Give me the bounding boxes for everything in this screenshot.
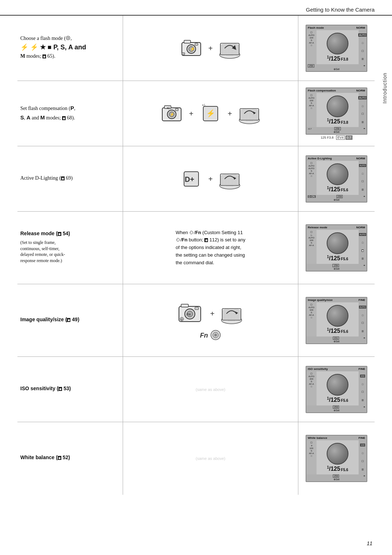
iso-text: ISO sensitivity (■ 53) — [20, 385, 118, 394]
svg-rect-28 — [175, 109, 178, 111]
svg-text:⚡: ⚡ — [170, 112, 175, 117]
d-lighting-icons: D+ + — [179, 166, 243, 192]
col-mid-white-balance: (same as above) — [123, 422, 298, 495]
svg-text:⚡: ⚡ — [206, 109, 215, 118]
col-mid-flash-comp: +/- ⚡ + ⚡ +/- + — [123, 81, 298, 146]
row-image-quality: Image quality/size (■ 49) Fn ⏲ — [17, 284, 375, 357]
col-left-flash-comp: Set flash compensation (P, S, A and M mo… — [17, 81, 123, 146]
lcd-dial — [327, 33, 348, 54]
col-left-white-balance: White balance (■ 52) — [17, 422, 123, 495]
lcd-flash-mode: Flash mode NORM ◻ AUTO 100 S AF-A □ — [306, 25, 367, 72]
col-right-iso: ISO sensitivity FINE ◻ AUTO 200 S AF-A □ — [298, 357, 375, 422]
fn-button-label: Fn — [200, 330, 221, 342]
plus-sign-1: + — [208, 44, 213, 53]
svg-rect-6 — [182, 53, 185, 55]
lcd-flash-comp: Flash compensation NORM ◻ AUTO 100 S AF-… — [306, 87, 367, 135]
col-mid-flash-mode: ⚡ + — [123, 16, 298, 81]
col-right-d-lighting: Active D-Lighting NORM ◻ AUTO AUTO S AF-… — [298, 146, 375, 211]
lcd-title-bar: Flash mode NORM — [306, 25, 367, 30]
image-quality-icons: Fn ⏲ + — [177, 299, 245, 328]
image-quality-text: Image quality/size (■ 49) — [20, 316, 118, 325]
col-right-release: Release mode NORM ◻ ▷ AUTO 100 S AF-A — [298, 212, 375, 284]
plus-sign-2a: + — [189, 109, 193, 118]
lcd-screen-title: Flash mode — [308, 26, 324, 29]
flash-button-icon: ⚡ +/- — [198, 101, 223, 126]
lcd-left-indicators: ◻ AUTO 100 S AF-A □ — [306, 30, 317, 64]
flash-comp-icon1: +/- ⚡ — [159, 101, 184, 126]
command-dial-3 — [217, 166, 242, 192]
svg-text:⏲: ⏲ — [180, 318, 183, 321]
svg-text:⚡: ⚡ — [190, 46, 195, 52]
col-left-iso: ISO sensitivity (■ 53) — [17, 357, 123, 422]
col-right-image-quality: Image quality/size FINE ◻ AUTO 100 S AF-… — [298, 284, 375, 356]
col-left-image-quality: Image quality/size (■ 49) — [17, 284, 123, 356]
d-lighting-text: Active D-Lighting (■ 69) — [20, 175, 118, 183]
lcd-d-lighting: Active D-Lighting NORM ◻ AUTO AUTO S AF-… — [306, 155, 367, 203]
row-flash-compensation: Set flash compensation (P, S, A and M mo… — [17, 81, 375, 146]
plus-sign-3: + — [208, 174, 213, 184]
page-number: 11 — [367, 540, 372, 546]
svg-rect-71 — [195, 307, 199, 310]
lcd-bottom-info: 125 F3.8 EV4 0.7 — [320, 136, 352, 139]
lcd-body: ◻ AUTO 100 S AF-A □ 1/125 F3.8 — [306, 30, 367, 64]
page-header: Getting to Know the Camera — [0, 0, 392, 16]
fn-text: Fn — [200, 332, 208, 339]
d-lighting-btn-icon: D+ — [179, 166, 204, 192]
row-white-balance: White balance (■ 52) (same as above) Whi… — [17, 422, 375, 495]
col-mid-iso: (same as above) — [123, 357, 298, 422]
col-right-white-balance: White balance FINE ◻ ☀ 100 S AF-A □ — [298, 422, 375, 495]
col-left-d-lighting: Active D-Lighting (■ 69) — [17, 146, 123, 211]
flash-comp-icons: +/- ⚡ + ⚡ +/- + — [159, 101, 262, 126]
command-dial-2 — [237, 101, 262, 126]
camera-flash-icon: ⚡ — [179, 36, 204, 61]
col-mid-d-lighting: D+ + — [123, 146, 298, 211]
svg-rect-5 — [195, 43, 198, 45]
col-mid-image-quality: Fn ⏲ + — [123, 284, 298, 356]
release-mode-text: Release mode (■ 54) (Set to single frame… — [20, 230, 118, 265]
lcd-release: Release mode NORM ◻ ▷ AUTO 100 S AF-A — [306, 224, 367, 272]
lcd-white-balance: White balance FINE ◻ ☀ 100 S AF-A □ — [306, 435, 367, 482]
flash-mode-icons: ⚡ + — [179, 36, 243, 61]
lcd-aperture: F3.8 — [341, 57, 348, 61]
main-content: Choose a flash mode (☉, ⚡ ⚡ ★ ■ P, S, A … — [0, 16, 392, 495]
svg-rect-67 — [181, 304, 188, 307]
side-label: Introduction — [382, 73, 388, 103]
command-dial-1 — [217, 36, 242, 61]
release-description: When ⏲/Fn (Custom Setting 11 ⏲/Fn button… — [176, 229, 245, 267]
col-left-flash-mode: Choose a flash mode (☉, ⚡ ⚡ ★ ■ P, S, A … — [17, 16, 123, 81]
svg-text:Fn: Fn — [187, 313, 191, 316]
flash-comp-text: Set flash compensation (P, S, A and M mo… — [20, 104, 118, 123]
lcd-counter-flash: 259 — [308, 65, 314, 67]
col-mid-release: When ⏲/Fn (Custom Setting 11 ⏲/Fn button… — [123, 212, 298, 284]
col-right-flash-comp: Flash compensation NORM ◻ AUTO 100 S AF-… — [298, 81, 375, 146]
svg-rect-1 — [184, 40, 191, 43]
lcd-iso: ISO sensitivity FINE ◻ AUTO 200 S AF-A □ — [306, 366, 367, 413]
plus-sign-5: + — [210, 309, 215, 318]
row-d-lighting: Active D-Lighting (■ 69) D+ + — [17, 146, 375, 212]
lcd-title-bar-comp: Flash compensation NORM — [306, 88, 367, 93]
fn-camera-icon: Fn ⏲ — [177, 299, 206, 328]
row-iso: ISO sensitivity (■ 53) (same as above) I… — [17, 357, 375, 422]
lcd-shutter: 1/125 — [327, 55, 340, 62]
command-dial-5 — [219, 301, 244, 326]
lcd-norm-indicator: NORM — [356, 26, 365, 29]
svg-text:+/-: +/- — [202, 103, 206, 107]
lcd-title-white-balance: White balance — [308, 436, 327, 440]
lcd-right-panel: AUTO □ ☐ ☰ — [359, 30, 367, 64]
svg-text:+/-: +/- — [167, 106, 171, 110]
row-flash-mode: Choose a flash mode (☉, ⚡ ⚡ ★ ■ P, S, A … — [17, 16, 375, 81]
lcd-image-quality: Image quality/size FINE ◻ AUTO 100 S AF-… — [306, 297, 367, 344]
svg-point-92 — [215, 334, 217, 336]
flash-mode-text: Choose a flash mode (☉, ⚡ ⚡ ★ ■ P, S, A … — [20, 35, 118, 61]
col-right-flash-mode: Flash mode NORM ◻ AUTO 100 S AF-A □ — [298, 16, 375, 81]
plus-sign-2b: + — [228, 109, 232, 118]
row-release-mode: Release mode (■ 54) (Set to single frame… — [17, 212, 375, 284]
svg-text:D+: D+ — [185, 175, 194, 183]
col-left-release: Release mode (■ 54) (Set to single frame… — [17, 212, 123, 284]
header-title: Getting to Know the Camera — [306, 7, 375, 13]
white-balance-text: White balance (■ 52) — [20, 454, 118, 463]
lcd-main-display: 1/125 F3.8 — [317, 30, 359, 64]
